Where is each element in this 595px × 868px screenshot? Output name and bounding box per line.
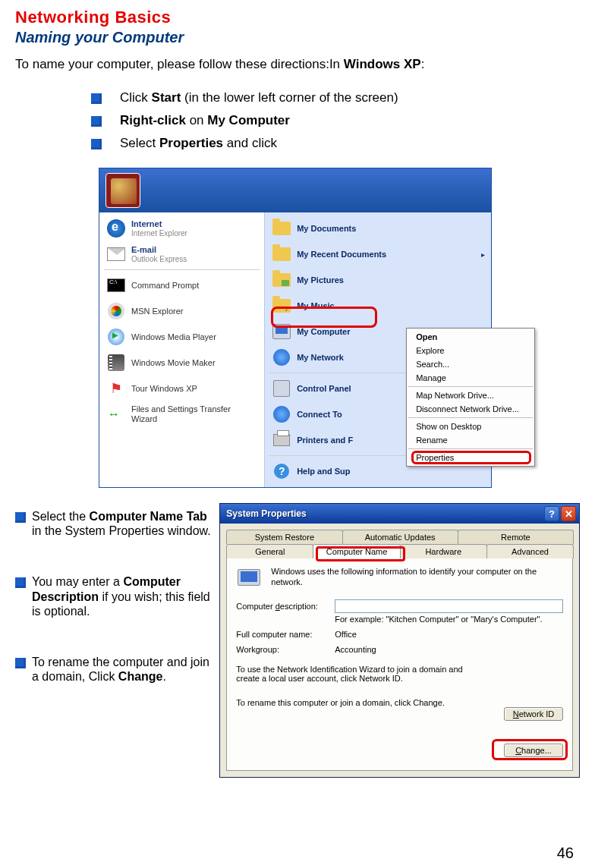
start-menu-item[interactable]: E-mailOutlook Express — [99, 241, 264, 267]
intro-bold: Windows XP — [344, 57, 421, 71]
item-label: Command Prompt — [131, 281, 199, 291]
context-menu: OpenExploreSearch...ManageMap Network Dr… — [406, 328, 535, 467]
item-label: Files and Settings Transfer Wizard — [131, 404, 258, 423]
close-button[interactable]: ✕ — [561, 506, 576, 521]
help-button[interactable]: ? — [544, 506, 559, 521]
start-menu-right-column: My DocumentsMy Recent Documents▸My Pictu… — [264, 212, 491, 487]
context-menu-item[interactable]: Search... — [407, 357, 534, 371]
top-bullet-list: Click Start (in the lower left corner of… — [91, 90, 580, 151]
start-menu-item[interactable]: MSN Explorer — [99, 298, 264, 324]
dialog-description: Windows uses the following information t… — [271, 566, 563, 588]
mail-icon — [105, 244, 127, 265]
folder-icon — [271, 244, 292, 265]
value-full-computer-name: Office — [335, 630, 357, 639]
tab-advanced[interactable]: Advanced — [486, 544, 574, 558]
start-menu-item[interactable]: InternetInternet Explorer — [99, 215, 264, 241]
folder-icon — [271, 269, 292, 291]
start-menu-item[interactable]: My Recent Documents▸ — [265, 241, 491, 267]
msn-icon — [105, 300, 127, 322]
tab-hardware[interactable]: Hardware — [400, 544, 487, 558]
bullet-item: Select Properties and click — [91, 136, 580, 151]
bullet-item: Right-click on My Computer — [91, 113, 580, 128]
item-label: My Documents — [297, 224, 356, 234]
network-id-button[interactable]: Network ID — [504, 707, 563, 721]
item-label: My Network — [297, 353, 344, 363]
user-avatar-icon — [105, 173, 140, 208]
printer-icon — [271, 429, 292, 451]
wmm-icon — [105, 352, 127, 373]
item-label: Windows Media Player — [131, 332, 216, 342]
input-computer-description[interactable] — [335, 599, 563, 613]
bullet-icon — [15, 577, 26, 588]
start-menu-item[interactable]: My Documents — [265, 215, 491, 241]
context-menu-item[interactable]: Show on Desktop — [407, 420, 534, 433]
item-label: Tour Windows XP — [131, 384, 197, 394]
tab-strip: System Restore Automatic Updates Remote … — [220, 524, 579, 558]
context-menu-item[interactable]: Properties — [407, 451, 534, 464]
separator — [104, 269, 260, 270]
bullet-icon — [91, 93, 102, 104]
computer-icon — [236, 566, 263, 593]
tab-system-restore[interactable]: System Restore — [226, 530, 342, 544]
bullet-text: Right-click on My Computer — [120, 113, 290, 128]
context-menu-item[interactable]: Disconnect Network Drive... — [407, 402, 534, 416]
item-label: Help and Sup — [297, 467, 350, 476]
text-network-id: To use the Network Identification Wizard… — [236, 665, 464, 683]
bullet-text: To rename the computer and join a domain… — [32, 655, 218, 684]
start-menu-item[interactable]: Windows Media Player — [99, 324, 264, 350]
item-label: My Computer — [297, 327, 350, 337]
tab-automatic-updates[interactable]: Automatic Updates — [342, 530, 458, 544]
hint-example: For example: "Kitchen Computer" or "Mary… — [335, 615, 547, 624]
context-menu-item[interactable]: Open — [407, 330, 534, 344]
intro-pre: To name your computer, please follow the… — [15, 57, 344, 71]
context-menu-item[interactable]: Map Network Drive... — [407, 388, 534, 402]
context-menu-item[interactable]: Rename — [407, 433, 534, 447]
bullet-icon — [91, 116, 102, 127]
bullet-text: Click Start (in the lower left corner of… — [120, 90, 398, 105]
start-menu-item[interactable]: Windows Movie Maker — [99, 350, 264, 376]
bullet-item: To rename the computer and join a domain… — [15, 655, 218, 684]
label-full-computer-name: Full computer name: — [236, 630, 335, 639]
start-menu-item[interactable]: Command Prompt — [99, 272, 264, 298]
highlight-my-computer — [271, 307, 377, 328]
wmp-icon — [105, 326, 127, 348]
label-computer-description: Computer description: — [236, 602, 335, 611]
bullet-item: You may enter a Computer Description if … — [15, 574, 218, 618]
item-label: InternetInternet Explorer — [131, 219, 187, 237]
flag-icon: ⚑ — [105, 378, 127, 399]
net-icon — [271, 404, 292, 425]
start-menu-screenshot: InternetInternet ExplorerE-mailOutlook E… — [99, 168, 492, 488]
tab-computer-name[interactable]: Computer Name — [313, 544, 400, 558]
bottom-section: Select the Computer Name Tab in the Syst… — [15, 503, 580, 778]
dialog-body: Windows uses the following information t… — [226, 558, 573, 771]
start-menu-item[interactable]: ⚑Tour Windows XP — [99, 376, 264, 401]
value-workgroup: Accounting — [335, 645, 376, 654]
cmd-icon — [105, 275, 127, 296]
change-button[interactable]: Change... — [504, 744, 563, 757]
section-subtitle: Naming your Computer — [15, 29, 580, 46]
page-number: 46 — [557, 844, 574, 862]
start-menu-item[interactable]: My Pictures — [265, 267, 491, 293]
dialog-title: System Properties — [223, 508, 543, 519]
section-title: Networking Basics — [15, 8, 580, 27]
folder-icon — [271, 218, 292, 239]
bullet-item: Click Start (in the lower left corner of… — [91, 90, 580, 105]
context-menu-item[interactable]: Explore — [407, 344, 534, 357]
start-menu-header — [99, 168, 491, 212]
system-properties-dialog: System Properties ? ✕ System Restore Aut… — [219, 503, 580, 778]
label-workgroup: Workgroup: — [236, 645, 335, 654]
item-label: Printers and F — [297, 436, 353, 445]
item-label: Control Panel — [297, 384, 351, 394]
tab-general[interactable]: General — [226, 544, 313, 558]
item-label: My Recent Documents — [297, 250, 386, 259]
start-menu-item[interactable]: Files and Settings Transfer Wizard — [99, 401, 264, 427]
start-menu-left-column: InternetInternet ExplorerE-mailOutlook E… — [99, 212, 264, 487]
dialog-titlebar: System Properties ? ✕ — [220, 504, 579, 524]
text-change: To rename this computer or join a domain… — [236, 698, 464, 707]
start-menu: InternetInternet ExplorerE-mailOutlook E… — [99, 168, 492, 488]
tab-remote[interactable]: Remote — [458, 530, 574, 544]
submenu-arrow-icon: ▸ — [481, 250, 485, 259]
context-menu-item[interactable]: Manage — [407, 371, 534, 385]
intro-text: To name your computer, please follow the… — [15, 57, 580, 72]
item-label: My Pictures — [297, 275, 344, 285]
